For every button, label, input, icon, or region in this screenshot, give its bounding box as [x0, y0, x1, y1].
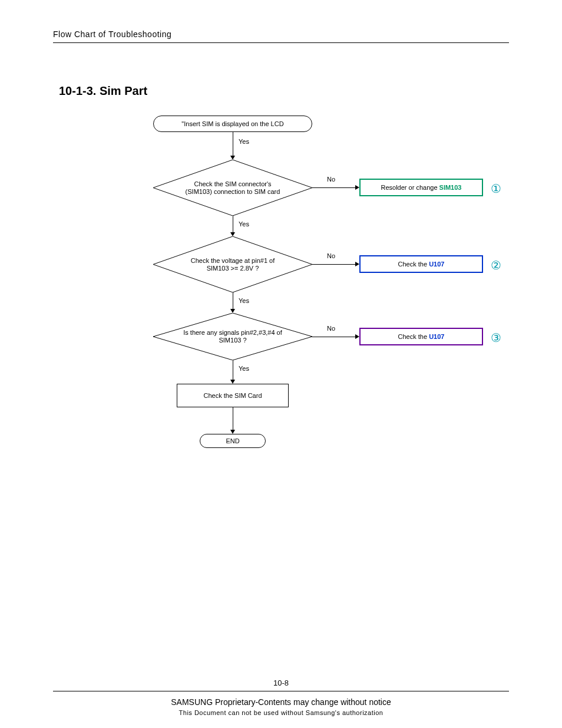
- edge: [233, 292, 233, 310]
- marker-1-icon: ①: [491, 182, 501, 196]
- page-number: 10-8: [53, 678, 509, 687]
- edge-label-no: No: [327, 252, 335, 259]
- result-resolder-sim103: Resolder or change SIM103: [359, 179, 483, 196]
- component-ref: U107: [429, 261, 444, 268]
- arrowhead-icon: [355, 334, 359, 339]
- edge: [312, 264, 356, 265]
- footer-proprietary: SAMSUNG Proprietary-Contents may change …: [53, 697, 509, 707]
- decision-text: Is there any signals pin#2,#3,#4 of SIM1…: [153, 313, 312, 360]
- edge: [233, 407, 233, 431]
- marker-3-icon: ③: [491, 331, 501, 345]
- footer-rule: [53, 691, 509, 691]
- end-node: END: [200, 434, 266, 448]
- section-title: 10-1-3. Sim Part: [59, 84, 509, 98]
- process-check-sim-card: Check the SIM Card: [177, 384, 289, 407]
- edge: [233, 132, 233, 157]
- arrowhead-icon: [355, 185, 359, 190]
- flowchart: "Insert SIM is displayed on the LCD Yes …: [97, 116, 510, 469]
- marker-2-icon: ②: [491, 258, 501, 272]
- edge-label-yes: Yes: [239, 365, 249, 372]
- decision-text: Check the SIM connector's (SIM103) conne…: [153, 160, 312, 216]
- decision-sim-connector: Check the SIM connector's (SIM103) conne…: [153, 160, 312, 216]
- page-footer: 10-8 SAMSUNG Proprietary-Contents may ch…: [53, 678, 509, 716]
- component-ref: U107: [429, 333, 444, 340]
- edge-label-yes: Yes: [239, 297, 249, 304]
- arrowhead-icon: [230, 430, 235, 434]
- edge: [312, 187, 356, 188]
- arrowhead-icon: [230, 380, 235, 384]
- decision-voltage-pin1: Check the voltage at pin#1 of SIM103 >= …: [153, 236, 312, 292]
- arrowhead-icon: [230, 156, 235, 160]
- edge-label-yes: Yes: [239, 138, 249, 145]
- edge-label-no: No: [327, 176, 335, 183]
- result-check-u107-2: Check the U107: [359, 328, 483, 345]
- edge-label-no: No: [327, 325, 335, 332]
- arrowhead-icon: [230, 309, 235, 313]
- edge: [233, 216, 233, 233]
- result-check-u107: Check the U107: [359, 255, 483, 273]
- edge: [312, 337, 356, 337]
- footer-authorization: This Document can not be used without Sa…: [53, 709, 509, 716]
- arrowhead-icon: [355, 262, 359, 266]
- decision-signals-pins: Is there any signals pin#2,#3,#4 of SIM1…: [153, 313, 312, 360]
- component-ref: SIM103: [439, 184, 462, 191]
- result-text: Resolder or change: [381, 184, 439, 191]
- result-text: Check the: [398, 261, 429, 268]
- edge: [233, 360, 233, 381]
- page-header: Flow Chart of Troubleshooting: [53, 29, 509, 43]
- arrowhead-icon: [230, 232, 235, 236]
- start-node: "Insert SIM is displayed on the LCD: [153, 116, 312, 132]
- edge-label-yes: Yes: [239, 220, 249, 228]
- result-text: Check the: [398, 333, 429, 340]
- decision-text: Check the voltage at pin#1 of SIM103 >= …: [153, 236, 312, 292]
